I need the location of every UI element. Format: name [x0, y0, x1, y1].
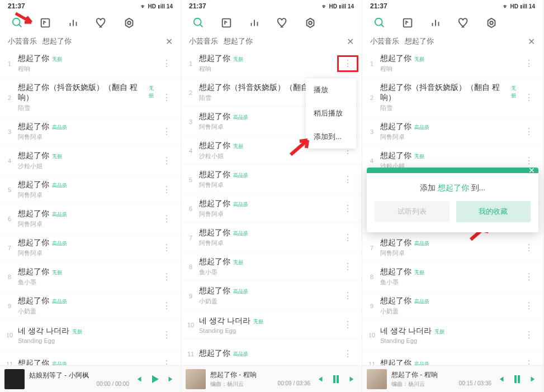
- more-icon[interactable]: ⋮: [158, 242, 175, 253]
- song-row[interactable]: 8想起了你无损鱼小墨⋮: [181, 252, 362, 281]
- more-icon[interactable]: ⋮: [158, 358, 175, 365]
- song-list[interactable]: 1想起了你无损程响⋮2想起了你（抖音妖娆版）（翻自 程响）无损陌雪⋮3想起了你高…: [0, 49, 181, 365]
- now-playing-bar[interactable]: 想起了你 - 程响 编曲：杨川云 00:09 / 03:36: [181, 365, 362, 392]
- close-icon[interactable]: ✕: [528, 36, 535, 47]
- more-icon[interactable]: ⋮: [521, 92, 537, 103]
- stats-icon[interactable]: [67, 17, 79, 29]
- more-icon[interactable]: ⋮: [521, 358, 537, 365]
- breadcrumb-query[interactable]: 想起了你: [405, 36, 434, 46]
- more-icon[interactable]: ⋮: [339, 290, 356, 301]
- more-icon[interactable]: ⋮: [158, 58, 175, 69]
- next-icon[interactable]: [347, 374, 357, 384]
- song-row[interactable]: 9想起了你高品质小奶盖⋮: [362, 291, 543, 321]
- song-row[interactable]: 11想起了你高品质⋮: [181, 340, 362, 365]
- breadcrumb-source[interactable]: 小芸音乐: [370, 36, 399, 46]
- breadcrumb-source[interactable]: 小芸音乐: [8, 36, 37, 46]
- breadcrumb-query[interactable]: 想起了你: [224, 36, 253, 46]
- search-icon[interactable]: [192, 17, 205, 29]
- next-icon[interactable]: [528, 374, 538, 384]
- song-row[interactable]: 8想起了你无损鱼小墨⋮: [0, 262, 181, 291]
- more-icon[interactable]: ⋮: [521, 329, 537, 340]
- settings-icon[interactable]: [304, 17, 316, 29]
- now-playing-bar[interactable]: 姑娘别等了 - 小阿枫 00:00 / 00:00: [0, 365, 181, 392]
- album-art[interactable]: [4, 369, 25, 389]
- menu-play[interactable]: 播放: [306, 78, 356, 102]
- song-row[interactable]: 5想起了你高品质阿鲁阿卓⋮: [181, 165, 362, 194]
- more-icon[interactable]: ⋮: [158, 126, 175, 137]
- song-row[interactable]: 7想起了你高品质阿鲁阿卓⋮: [0, 233, 181, 262]
- more-icon[interactable]: ⋮: [158, 300, 175, 311]
- song-row[interactable]: 10네 생각 나더라无损Standing Egg⋮: [181, 310, 362, 340]
- dialog-close-icon[interactable]: ✕: [528, 166, 535, 175]
- more-icon[interactable]: ⋮: [158, 271, 175, 282]
- next-icon[interactable]: [166, 374, 176, 384]
- favorites-button[interactable]: 我的收藏: [456, 201, 531, 222]
- more-icon[interactable]: ⋮: [521, 155, 537, 166]
- song-row[interactable]: 6想起了你高品质阿鲁阿卓⋮: [181, 194, 362, 223]
- song-row[interactable]: 3想起了你高品质阿鲁阿卓⋮: [0, 117, 181, 146]
- search-icon[interactable]: [373, 17, 386, 29]
- song-row[interactable]: 10네 생각 나더라无损Standing Egg⋮: [0, 321, 181, 350]
- now-playing-bar[interactable]: 想起了你 - 程响 编曲：杨川云 00:15 / 03:36: [362, 365, 543, 392]
- breadcrumb-source[interactable]: 小芸音乐: [189, 36, 218, 46]
- more-icon[interactable]: ⋮: [339, 232, 356, 243]
- song-row[interactable]: 5想起了你高品质阿鲁阿卓⋮: [0, 175, 181, 204]
- song-row[interactable]: 7想起了你高品质阿鲁阿卓⋮: [181, 223, 362, 252]
- settings-icon[interactable]: [123, 17, 135, 29]
- song-row[interactable]: 2想起了你（抖音妖娆版）（翻自 程响）无损陌雪⋮: [362, 78, 543, 117]
- preview-list-button[interactable]: 试听列表: [375, 201, 450, 222]
- song-row[interactable]: 11想起了你高品质⋮: [0, 350, 181, 365]
- library-icon[interactable]: [220, 17, 233, 29]
- stats-icon[interactable]: [429, 17, 442, 29]
- more-icon[interactable]: ⋮: [339, 348, 356, 359]
- song-row[interactable]: 8想起了你无损鱼小墨⋮: [362, 262, 543, 291]
- song-row[interactable]: 11想起了你高品质⋮: [362, 350, 543, 365]
- close-icon[interactable]: ✕: [165, 36, 173, 47]
- more-icon[interactable]: ⋮: [158, 92, 175, 103]
- heart-icon[interactable]: [457, 17, 470, 29]
- breadcrumb-query[interactable]: 想起了你: [42, 36, 72, 46]
- song-row[interactable]: 4想起了你无损沙粒小姐⋮: [0, 146, 181, 175]
- more-icon[interactable]: ⋮: [158, 155, 175, 166]
- album-art[interactable]: [186, 369, 206, 389]
- prev-icon[interactable]: [315, 374, 325, 384]
- pause-icon[interactable]: [329, 372, 343, 386]
- prev-icon[interactable]: [134, 374, 144, 384]
- heart-icon[interactable]: [276, 17, 288, 29]
- song-row[interactable]: 6想起了你高品质阿鲁阿卓⋮: [0, 204, 181, 233]
- song-row[interactable]: 1想起了你无损程响⋮: [181, 49, 362, 78]
- more-icon[interactable]: ⋮: [339, 203, 356, 214]
- close-icon[interactable]: ✕: [347, 36, 354, 47]
- more-icon[interactable]: ⋮: [521, 271, 537, 282]
- settings-icon[interactable]: [485, 17, 498, 29]
- menu-add-to[interactable]: 添加到...: [306, 125, 356, 149]
- more-icon[interactable]: ⋮: [339, 261, 356, 272]
- album-art[interactable]: [367, 369, 387, 389]
- stats-icon[interactable]: [248, 17, 261, 29]
- song-row[interactable]: 10네 생각 나더라无损Standing Egg⋮: [362, 321, 543, 350]
- more-icon[interactable]: ⋮: [339, 174, 356, 185]
- more-icon[interactable]: ⋮: [158, 184, 175, 195]
- heart-icon[interactable]: [95, 17, 107, 29]
- song-row[interactable]: 9想起了你高品质小奶盖⋮: [181, 281, 362, 310]
- row-body: 想起了你高品质阿鲁阿卓: [378, 122, 521, 141]
- more-icon[interactable]: ⋮: [158, 213, 175, 224]
- more-icon[interactable]: ⋮: [521, 58, 537, 69]
- more-icon[interactable]: ⋮: [339, 319, 356, 330]
- more-icon[interactable]: ⋮: [158, 329, 175, 340]
- prev-icon[interactable]: [496, 374, 506, 384]
- more-icon[interactable]: ⋮: [521, 126, 537, 137]
- song-row[interactable]: 9想起了你高品质小奶盖⋮: [0, 291, 181, 321]
- song-row[interactable]: 7想起了你高品质阿鲁阿卓⋮: [362, 233, 543, 262]
- more-icon[interactable]: ⋮: [521, 300, 537, 311]
- library-icon[interactable]: [39, 17, 51, 29]
- play-icon[interactable]: [148, 372, 162, 386]
- menu-play-later[interactable]: 稍后播放: [306, 102, 356, 125]
- song-row[interactable]: 1想起了你无损程响⋮: [362, 49, 543, 78]
- song-row[interactable]: 3想起了你高品质阿鲁阿卓⋮: [362, 117, 543, 146]
- library-icon[interactable]: [401, 17, 414, 29]
- pause-icon[interactable]: [510, 372, 524, 386]
- more-icon[interactable]: ⋮: [521, 242, 537, 253]
- song-row[interactable]: 2想起了你（抖音妖娆版）（翻自 程响）无损陌雪⋮: [0, 78, 181, 117]
- song-row[interactable]: 1想起了你无损程响⋮: [0, 49, 181, 78]
